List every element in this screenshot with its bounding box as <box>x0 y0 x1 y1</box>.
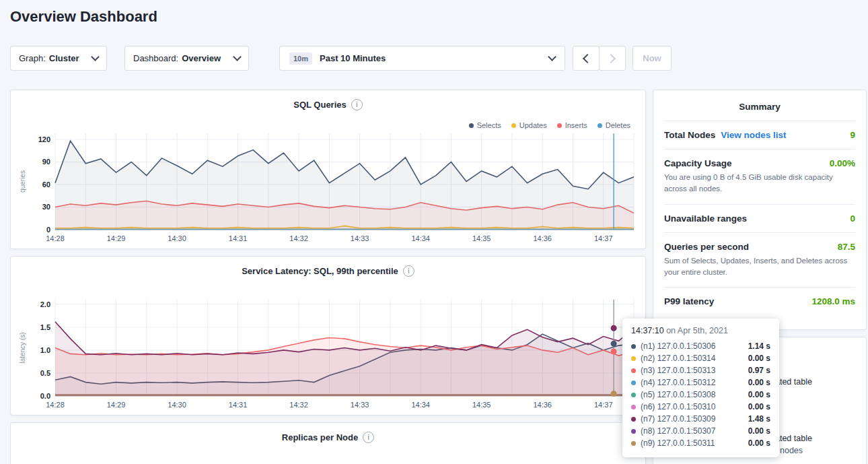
tooltip-node-value: 0.97 s <box>748 366 770 375</box>
summary-row-capacity: Capacity Usage 0.00% You are using 0 B o… <box>664 149 855 204</box>
graph-dropdown-label: Graph: <box>19 53 46 63</box>
series-color-dot <box>631 368 636 373</box>
svg-text:14:33: 14:33 <box>351 401 369 409</box>
time-range-badge: 10m <box>289 53 312 65</box>
svg-text:14:37: 14:37 <box>594 234 613 242</box>
dashboard-dropdown[interactable]: Dashboard: Overview <box>124 46 249 71</box>
tooltip-node-label: (n1) 127.0.0.1:50306 <box>641 341 744 351</box>
series-color-dot <box>631 417 636 422</box>
tooltip-node-row: (n5) 127.0.0.1:503080.00 s <box>631 389 770 401</box>
legend-color-dot <box>598 123 602 128</box>
svg-text:14:37: 14:37 <box>594 401 613 409</box>
summary-title: Summary <box>664 90 855 121</box>
tooltip-node-value: 1.48 s <box>748 414 770 424</box>
series-color-dot <box>631 429 636 434</box>
dashboard-dropdown-value: Overview <box>182 53 221 63</box>
page-title: Overview Dashboard <box>10 8 157 26</box>
tooltip-node-row: (n2) 127.0.0.1:503140.00 s <box>631 352 770 364</box>
view-nodes-link[interactable]: View nodes list <box>721 130 786 140</box>
tooltip-rows: (n1) 127.0.0.1:503061.14 s(n2) 127.0.0.1… <box>631 340 770 449</box>
svg-text:14:28: 14:28 <box>46 234 65 242</box>
svg-text:14:36: 14:36 <box>533 234 552 242</box>
service-latency-chart-card: Service Latency: SQL, 99th percentile i … <box>10 256 646 416</box>
svg-text:1.0: 1.0 <box>40 346 50 354</box>
chart-title: Service Latency: SQL, 99th percentile i <box>11 265 645 277</box>
tooltip-node-label: (n8) 127.0.0.1:50307 <box>641 426 744 436</box>
svg-text:60: 60 <box>42 180 50 189</box>
info-icon[interactable]: i <box>351 99 363 110</box>
tooltip-node-row: (n6) 127.0.0.1:503100.00 s <box>631 401 770 413</box>
chevron-left-icon <box>583 53 592 63</box>
chart-title-text: Replicas per Node <box>282 432 358 442</box>
overview-dashboard-page: { "page": { "title": "Overview Dashboard… <box>0 0 868 464</box>
tooltip-node-label: (n5) 127.0.0.1:50308 <box>641 390 744 399</box>
tooltip-node-value: 0.00 s <box>748 378 770 387</box>
replicas-chart-card: Replicas per Node i <box>10 422 646 464</box>
summary-row-description: Sum of Selects, Updates, Inserts, and De… <box>664 255 855 279</box>
svg-text:14:31: 14:31 <box>229 401 248 409</box>
time-range-dropdown[interactable]: 10m Past 10 Minutes <box>279 46 565 71</box>
series-color-dot <box>631 356 636 361</box>
svg-text:14:36: 14:36 <box>533 401 552 409</box>
service-latency-chart[interactable]: 0.00.51.01.52.014:2814:2914:3014:3114:32… <box>16 294 642 412</box>
svg-text:14:29: 14:29 <box>107 234 126 242</box>
summary-row-value: 0.00% <box>830 158 855 168</box>
summary-panel: Summary Total Nodes View nodes list 9 Ca… <box>653 90 867 330</box>
tooltip-node-label: (n6) 127.0.0.1:50310 <box>641 402 744 411</box>
graph-dropdown[interactable]: Graph: Cluster <box>10 46 107 71</box>
svg-text:0.0: 0.0 <box>40 392 50 400</box>
summary-row-description: You are using 0 B of 4.5 GiB usable disk… <box>664 172 855 195</box>
summary-row-value: 1208.0 ms <box>811 296 855 306</box>
summary-row-value: 0 <box>850 213 855 224</box>
sql-queries-chart-card: SQL Queries i SelectsUpdatesInsertsDelet… <box>10 90 646 249</box>
tooltip-node-row: (n3) 127.0.0.1:503130.97 s <box>631 364 770 376</box>
tooltip-node-label: (n3) 127.0.0.1:50313 <box>641 366 744 375</box>
svg-text:14:31: 14:31 <box>229 234 248 242</box>
svg-text:0.5: 0.5 <box>40 369 50 377</box>
next-range-button[interactable] <box>599 46 626 71</box>
svg-text:14:30: 14:30 <box>168 234 186 242</box>
svg-text:queries: queries <box>19 170 26 193</box>
tooltip-node-row: (n8) 127.0.0.1:503070.00 s <box>631 425 770 437</box>
chart-title-text: Service Latency: SQL, 99th percentile <box>242 266 398 276</box>
info-icon[interactable]: i <box>403 265 414 277</box>
tooltip-node-value: 1.14 s <box>748 341 770 351</box>
tooltip-timestamp: 14:37:10 on Apr 5th, 2021 <box>631 326 770 335</box>
graph-dropdown-value: Cluster <box>49 53 79 63</box>
summary-row-qps: Queries per second 87.5 Sum of Selects, … <box>664 232 855 288</box>
series-color-dot <box>631 441 636 446</box>
svg-text:14:32: 14:32 <box>289 234 308 242</box>
svg-text:90: 90 <box>42 158 50 166</box>
tooltip-time: 14:37:10 <box>631 326 664 335</box>
tooltip-node-row: (n7) 127.0.0.1:503091.48 s <box>631 413 770 425</box>
now-button[interactable]: Now <box>632 46 672 71</box>
tooltip-node-label: (n7) 127.0.0.1:50309 <box>641 414 744 424</box>
legend-color-dot <box>469 123 474 128</box>
svg-text:0: 0 <box>46 226 50 234</box>
prev-range-button[interactable] <box>573 46 600 71</box>
tooltip-node-row: (n1) 127.0.0.1:503061.14 s <box>631 340 770 352</box>
svg-text:14:35: 14:35 <box>472 401 491 409</box>
chevron-down-icon <box>548 53 556 61</box>
tooltip-node-value: 0.00 s <box>748 354 770 363</box>
chart-title: SQL Queries i <box>11 99 645 110</box>
tooltip-date: on Apr 5th, 2021 <box>666 326 728 335</box>
summary-row-value: 87.5 <box>838 242 855 252</box>
tooltip-node-value: 0.00 s <box>748 426 770 436</box>
summary-row-p99: P99 latency 1208.0 ms <box>664 287 855 315</box>
svg-text:14:29: 14:29 <box>107 401 126 409</box>
info-icon[interactable]: i <box>363 432 374 443</box>
summary-row-label: P99 latency <box>664 296 714 306</box>
summary-row-label: Capacity Usage <box>664 158 732 168</box>
sql-queries-chart[interactable]: 030609012014:2814:2914:3014:3114:3214:33… <box>16 128 642 246</box>
chevron-down-icon <box>233 53 242 61</box>
tooltip-node-value: 0.00 s <box>748 390 770 399</box>
svg-text:1.5: 1.5 <box>40 323 50 331</box>
summary-row-label: Total Nodes <box>664 130 715 140</box>
tooltip-node-value: 0.00 s <box>748 402 770 411</box>
dashboard-dropdown-label: Dashboard: <box>133 53 178 63</box>
chevron-down-icon <box>91 53 100 61</box>
svg-text:14:34: 14:34 <box>411 234 430 242</box>
svg-text:14:28: 14:28 <box>46 401 65 409</box>
svg-text:14:34: 14:34 <box>411 401 430 409</box>
